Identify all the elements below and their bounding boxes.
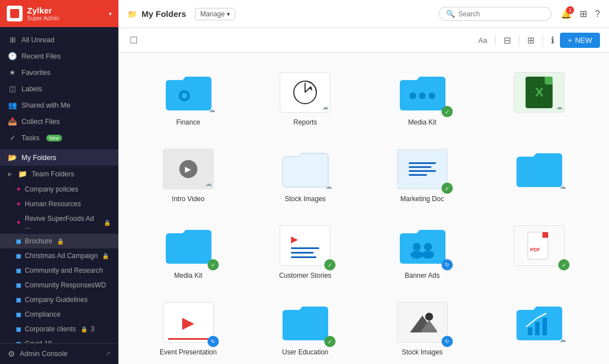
folder-color-icon: ✦ <box>16 219 21 227</box>
manage-label: Manage <box>200 10 224 18</box>
story-line <box>291 247 319 249</box>
folder-thumbnail: ✓ <box>394 147 451 192</box>
search-input[interactable] <box>458 10 544 18</box>
excel-thumb: X ☁ <box>514 72 564 113</box>
tree-item-label: Revive SuperFoods Ad ... <box>25 215 99 230</box>
info-icon[interactable]: ℹ <box>549 33 557 48</box>
chevron-down-icon[interactable]: ▾ <box>109 11 112 17</box>
svg-point-1 <box>182 93 187 99</box>
svg-rect-19 <box>535 322 540 335</box>
sidebar-item-collect-files[interactable]: 📥 Collect Files <box>0 113 118 130</box>
admin-console[interactable]: ⚙ Admin Console ↗ <box>0 343 118 364</box>
search-box[interactable]: 🔍 <box>439 7 551 21</box>
folder-item-stock-images-1[interactable]: ☁ Stock Images <box>253 141 359 208</box>
tree-item-label: Company Guidelines <box>25 296 87 304</box>
sidebar-item-tasks[interactable]: ✓ Tasks New <box>0 130 118 146</box>
tree-item-label: Company policies <box>25 185 78 193</box>
sidebar-item-company-policies[interactable]: ✦ Company policies <box>0 182 118 197</box>
label-icon: ◫ <box>8 85 17 93</box>
sidebar-item-recent-files[interactable]: 🕐 Recent Files <box>0 48 118 64</box>
folder-item-marketing-doc[interactable]: ✓ Marketing Doc <box>369 141 475 208</box>
sidebar-item-all-unread[interactable]: ⊞ All Unread <box>0 32 118 48</box>
spin-badge: ↻ <box>442 336 453 347</box>
lock-icon: 🔒 <box>102 253 109 259</box>
folder-item-banner-ads[interactable]: ↻ Banner Ads <box>369 217 475 285</box>
admin-console-label: Admin Console <box>20 350 68 358</box>
new-button[interactable]: + NEW <box>560 33 600 48</box>
collect-icon: 📥 <box>8 117 17 126</box>
folder-label: Banner Ads <box>405 272 440 279</box>
cloud-icon: ☁ <box>209 106 215 114</box>
story-line <box>291 256 316 258</box>
tree-item-label: Compliance <box>25 310 60 318</box>
tree-item-label: Community and Research <box>25 267 103 274</box>
folder-item-media-kit-1[interactable]: ✓ Media Kit <box>369 64 475 132</box>
doc-line <box>409 174 427 176</box>
manage-button[interactable]: Manage ▾ <box>195 8 235 20</box>
sidebar-item-christmas-ad[interactable]: ◼ Christmas Ad Campaign 🔒 <box>0 248 118 263</box>
folder-item-stock-images-2[interactable]: ↻ Stock Images <box>369 294 475 362</box>
apps-icon[interactable]: ⊞ <box>580 8 587 19</box>
folder-thumbnail: ▶ ↻ <box>160 300 217 345</box>
folder-label: User Education <box>282 348 328 356</box>
lock-icon: 🔒 <box>81 326 87 332</box>
event-thumb: ▶ <box>163 302 214 343</box>
sidebar-item-corporate-clients[interactable]: ◼ Corporate clients 🔒 3 <box>0 322 118 336</box>
select-all-icon[interactable]: ☐ <box>127 33 140 48</box>
sidebar-item-label: Labels <box>21 85 42 93</box>
new-button-label: NEW <box>575 36 592 45</box>
tree-item-label: Christmas Ad Campaign <box>25 252 98 260</box>
mountain-icon <box>408 310 437 335</box>
folder-color-icon: ◼ <box>16 252 21 260</box>
excel-icon: X <box>526 77 553 108</box>
logo-icon <box>7 6 23 21</box>
svg-point-8 <box>413 243 421 251</box>
folder-item-intro-video[interactable]: ▶ ☁ Intro Video <box>135 141 241 208</box>
external-link-icon[interactable]: ↗ <box>105 350 111 358</box>
folder-item-finance[interactable]: ☁ Finance <box>135 64 241 132</box>
folder-item-analytics[interactable]: ☁ <box>487 294 593 362</box>
folder-svg <box>163 72 214 113</box>
manage-chevron-icon: ▾ <box>227 10 230 18</box>
reports-thumb: ☁ <box>280 72 330 113</box>
folder-item-customer-stories[interactable]: ▶ ✓ Customer Stories <box>253 217 359 285</box>
folder-item-user-education[interactable]: ✓ User Education <box>253 294 359 362</box>
sidebar-item-favorites[interactable]: ★ Favorites <box>0 64 118 81</box>
view-toggle-icon[interactable]: ⊞ <box>525 33 537 48</box>
spin-badge: ↻ <box>208 336 219 347</box>
toolbar: ☐ Aa ⊟ ⊞ ℹ + NEW <box>118 28 609 53</box>
sidebar-item-company-guidelines[interactable]: ◼ Company Guidelines <box>0 292 118 307</box>
sidebar-item-my-folders[interactable]: 📂 My Folders <box>0 149 118 166</box>
folder-thumbnail: ☁ <box>511 147 567 192</box>
sidebar-item-team-folders[interactable]: ▶ 📁 Team Folders <box>0 166 118 182</box>
filter-icon[interactable]: ⊟ <box>501 33 513 48</box>
folder-item-event-presentation[interactable]: ▶ ↻ Event Presentation <box>135 294 241 362</box>
corporate-clients-badge: 3 <box>91 325 95 333</box>
sidebar-item-revive-superfoods[interactable]: ✦ Revive SuperFoods Ad ... 🔒 <box>0 211 118 234</box>
folder-color-icon: ✦ <box>16 200 21 208</box>
notifications-icon[interactable]: 🔔 1 <box>561 8 572 19</box>
folder-item-media-kit-2[interactable]: ✓ Media Kit <box>135 217 241 285</box>
reports-icon <box>291 78 319 106</box>
folder-item-excel[interactable]: X ☁ <box>487 64 593 132</box>
folder-label: Finance <box>176 118 200 126</box>
sidebar-item-brochure[interactable]: ◼ Brochure 🔒 <box>0 234 118 248</box>
sidebar-item-labels[interactable]: ◫ Labels <box>0 81 118 97</box>
tree-item-label: Brochure <box>25 237 52 245</box>
folder-item-reports[interactable]: ☁ Reports <box>253 64 359 132</box>
sidebar-item-community-responses[interactable]: ◼ Community ResponsesWD <box>0 278 118 292</box>
sidebar-item-shared-with-me[interactable]: 👥 Shared with Me <box>0 97 118 113</box>
expand-icon: ▶ <box>8 171 12 177</box>
sidebar-item-community-research[interactable]: ◼ Community and Research <box>0 263 118 278</box>
folder-label: Stock Images <box>401 348 443 356</box>
folder-item-pdf[interactable]: PDF ✓ <box>487 217 593 285</box>
mountain-thumb <box>397 302 448 343</box>
sidebar-item-covid19[interactable]: ◼ Covid-19 <box>0 336 118 343</box>
sort-icon[interactable]: Aa <box>476 34 489 47</box>
sidebar-item-compliance[interactable]: ◼ Compliance <box>0 307 118 322</box>
cloud-icon: ☁ <box>559 183 566 190</box>
sidebar-item-human-resources[interactable]: ✦ Human Resources <box>0 197 118 211</box>
sidebar-item-label: Shared with Me <box>21 101 70 109</box>
help-icon[interactable]: ? <box>595 9 600 19</box>
folder-item-plain[interactable]: ☁ <box>487 141 593 208</box>
